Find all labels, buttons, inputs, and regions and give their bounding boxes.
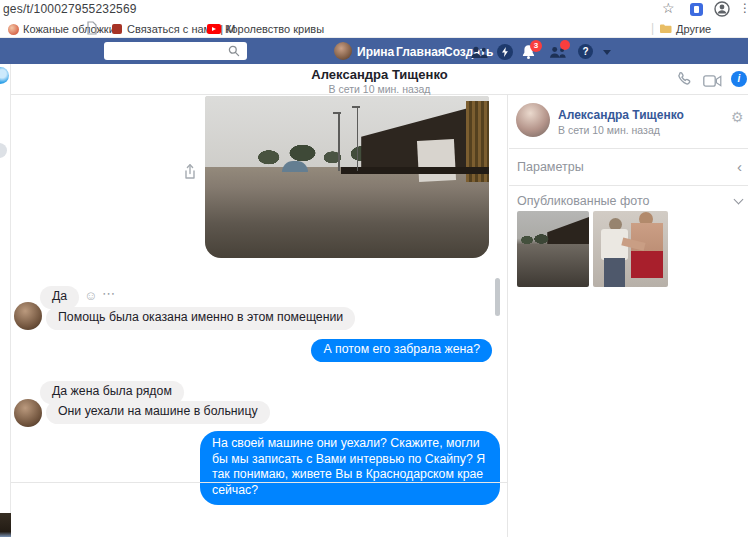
- photo-lamppost: [357, 107, 359, 170]
- address-bar[interactable]: ges/t/100027955232569: [3, 2, 137, 16]
- extension-icon[interactable]: [690, 3, 703, 16]
- bolt-glyph: [497, 44, 513, 60]
- bookmark-star-icon[interactable]: ☆: [662, 0, 675, 16]
- divider: [509, 185, 748, 186]
- chat-title[interactable]: Александра Тищенко: [11, 68, 748, 81]
- browser-menu-icon[interactable]: ⋮: [739, 1, 748, 15]
- avatar[interactable]: [334, 42, 352, 60]
- search-input[interactable]: [104, 42, 247, 60]
- outgoing-message[interactable]: А потом его забрала жена?: [311, 339, 492, 362]
- react-smiley-icon[interactable]: ☺: [84, 288, 97, 303]
- thumb-trees: [518, 234, 554, 245]
- photo-cloth: [417, 139, 456, 181]
- thumb-person: [604, 258, 626, 287]
- thumb-person: [631, 251, 663, 278]
- profile-link[interactable]: Ирина: [357, 45, 394, 59]
- account-caret-icon[interactable]: [603, 50, 611, 55]
- search-icon: [228, 45, 240, 57]
- divider: [509, 148, 748, 149]
- chat-photo-message[interactable]: [205, 96, 489, 258]
- browser-window: ges/t/100027955232569 ☆ ⋮ Кожаные обложк…: [0, 0, 748, 537]
- browser-toolbar: ges/t/100027955232569 ☆ ⋮: [0, 0, 748, 19]
- photo-lamp: [352, 106, 360, 108]
- video-call-icon[interactable]: [703, 75, 722, 87]
- help-icon[interactable]: ?: [578, 44, 593, 59]
- contact-status: В сети 10 мин. назад: [558, 124, 660, 136]
- bookmark-item[interactable]: Кожаные обложки: [23, 23, 115, 35]
- play-glyph: [212, 27, 216, 31]
- photo-tent: [282, 161, 308, 172]
- chevron-left-icon[interactable]: ‹: [737, 158, 742, 175]
- home-link[interactable]: Главная: [396, 45, 445, 59]
- outgoing-message[interactable]: На своей машине они уехали? Скажите, мог…: [200, 431, 500, 505]
- avatar[interactable]: [14, 302, 42, 330]
- conversation-list-partial-icon: [0, 67, 9, 84]
- bookmark-favicon: [112, 24, 122, 34]
- extension-glyph: [694, 6, 699, 13]
- browser-profile-icon[interactable]: [714, 1, 730, 17]
- photo-lamp: [333, 112, 341, 114]
- conversation-info-icon[interactable]: i: [731, 71, 747, 87]
- notification-dot-badge: [560, 40, 570, 50]
- left-panel-divider: [10, 64, 11, 537]
- bookmark-favicon: [8, 24, 19, 35]
- shared-photo-thumbnail[interactable]: [593, 211, 668, 287]
- contact-name-link[interactable]: Александра Тищенко: [558, 108, 684, 122]
- photos-section-header[interactable]: Опубликованные фото: [517, 194, 649, 208]
- incoming-message[interactable]: Да: [40, 286, 79, 309]
- options-section-header[interactable]: Параметры: [517, 160, 584, 174]
- conversation-list-partial-photo: [0, 513, 11, 537]
- call-icon[interactable]: [676, 71, 693, 88]
- photo-lamppost: [338, 114, 340, 171]
- bookmarks-separator: |: [651, 21, 654, 35]
- share-icon[interactable]: [182, 163, 198, 180]
- message-more-icon[interactable]: ⋯: [102, 286, 116, 301]
- photo-sand: [205, 167, 489, 258]
- chat-status: В сети 10 мин. назад: [11, 83, 748, 95]
- chevron-down-icon[interactable]: [734, 195, 744, 205]
- bookmark-item[interactable]: Королевство кривы: [225, 23, 324, 35]
- friend-requests-icon[interactable]: [470, 46, 489, 59]
- gear-icon[interactable]: ⚙: [731, 109, 744, 125]
- incoming-message[interactable]: Помощь была оказана именно в этом помеще…: [46, 307, 355, 330]
- contact-avatar[interactable]: [516, 103, 550, 137]
- shared-photo-thumbnail[interactable]: [517, 211, 589, 287]
- composer-divider: [11, 482, 507, 483]
- notification-badge: 3: [530, 40, 542, 52]
- bookmark-page-icon[interactable]: [86, 21, 98, 35]
- conversation-list-partial-avatar: [0, 143, 7, 158]
- chat-scrollbar[interactable]: [495, 278, 500, 316]
- folder-icon: [659, 23, 672, 34]
- incoming-message[interactable]: Они уехали на машине в больницу: [46, 401, 270, 424]
- chat-header: Александра Тищенко В сети 10 мин. назад: [11, 64, 748, 95]
- sidebar-divider: [507, 95, 508, 537]
- youtube-icon: [207, 24, 221, 34]
- photo-deck: [341, 167, 489, 173]
- messenger-icon[interactable]: [497, 44, 513, 60]
- avatar[interactable]: [14, 399, 42, 427]
